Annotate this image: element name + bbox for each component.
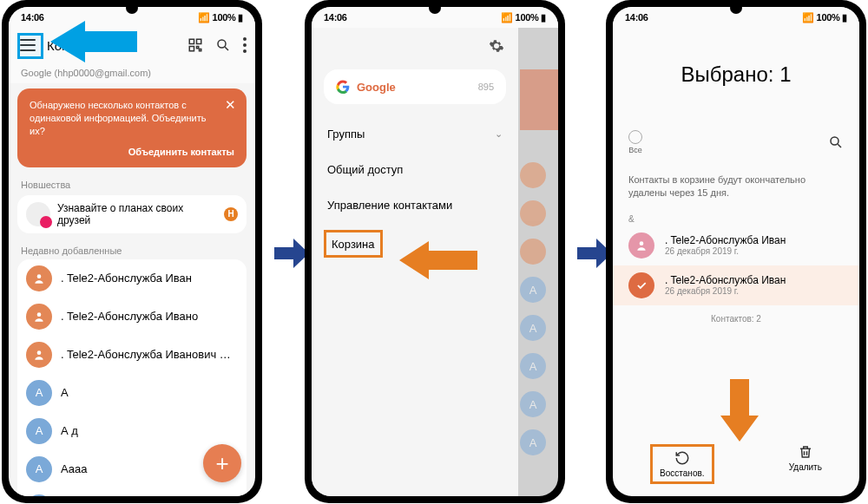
svg-point-7 <box>37 274 42 278</box>
contact-row[interactable]: AАаарод <box>17 488 247 496</box>
contact-name: А д <box>61 424 78 437</box>
account-label: Google (hhp0000@gmail.com) <box>9 62 255 83</box>
annotation-arrow-down <box>720 379 759 442</box>
contact-name: Аааа <box>61 462 88 475</box>
avatar <box>26 342 52 368</box>
news-avatar <box>26 202 50 226</box>
svg-rect-1 <box>197 39 201 43</box>
news-badge: Н <box>224 207 238 221</box>
search-icon[interactable] <box>828 134 844 150</box>
contact-row[interactable]: . Tele2-Абонслужба Иван <box>17 259 247 298</box>
contact-row[interactable]: . Tele2-Абонслужба Иванович Иванов К... <box>17 336 247 374</box>
restore-icon <box>674 450 690 466</box>
status-time: 14:06 <box>21 12 44 23</box>
contact-name: . Tele2-Абонслужба Иван <box>665 274 786 286</box>
select-all-radio[interactable] <box>628 130 642 144</box>
svg-point-5 <box>243 43 247 47</box>
avatar <box>26 304 52 330</box>
svg-point-3 <box>218 40 226 48</box>
recent-section-label: Недавно добавленные <box>9 239 255 259</box>
svg-rect-2 <box>189 47 194 51</box>
avatar: A <box>26 494 52 496</box>
svg-point-6 <box>243 49 247 53</box>
svg-rect-0 <box>189 39 194 43</box>
avatar: A <box>26 380 52 406</box>
search-icon[interactable] <box>215 37 231 53</box>
status-time: 14:06 <box>625 12 648 23</box>
highlight-hamburger <box>17 33 43 59</box>
merge-banner: Обнаружено несколько контактов с одинако… <box>17 88 247 167</box>
svg-point-11 <box>640 241 644 245</box>
contact-row[interactable]: . Tele2-Абонслужба Ивано <box>17 298 247 336</box>
annotation-arrow-blue <box>50 21 137 62</box>
transition-arrow <box>274 239 309 268</box>
selection-title: Выбрано: 1 <box>613 28 859 130</box>
account-card[interactable]: Google 895 <box>324 69 506 104</box>
contact-date: 26 декабря 2019 г. <box>665 246 786 256</box>
avatar: A <box>26 456 52 482</box>
close-icon[interactable]: ✕ <box>225 97 236 113</box>
fab-add[interactable]: + <box>203 444 241 482</box>
check-icon <box>628 272 654 298</box>
trash-icon <box>798 444 813 460</box>
avatar <box>628 232 654 259</box>
contact-row[interactable]: AА д <box>17 412 247 450</box>
merge-text: Обнаружено несколько контактов с одинако… <box>30 99 234 138</box>
account-count: 895 <box>478 82 494 92</box>
contact-name: А <box>61 386 69 399</box>
contact-name: . Tele2-Абонслужба Ивано <box>61 310 198 323</box>
qr-icon[interactable] <box>187 37 203 53</box>
chevron-down-icon: ⌄ <box>495 128 503 140</box>
status-icons: 📶 100% ▮ <box>802 12 847 23</box>
drawer-share[interactable]: Общий доступ <box>312 152 518 187</box>
trash-count: Контактов: 2 <box>613 305 859 332</box>
restore-button[interactable]: Восстанов. <box>650 444 713 484</box>
contact-name: . Tele2-Абонслужба Иван <box>665 234 786 246</box>
trash-notice: Контакты в корзине будут окончательно уд… <box>613 160 859 206</box>
trash-row[interactable]: . Tele2-Абонслужба Иван26 декабря 2019 г… <box>613 226 859 265</box>
status-icons: 📶 100% ▮ <box>501 12 546 23</box>
news-card[interactable]: Узнавайте о планах своих друзей Н <box>17 195 247 233</box>
settings-button[interactable] <box>312 38 518 64</box>
drawer-trash[interactable]: Корзина <box>324 230 383 258</box>
annotation-arrow-orange <box>399 241 477 279</box>
trash-row-selected[interactable]: . Tele2-Абонслужба Иван26 декабря 2019 г… <box>613 265 859 305</box>
contact-name: . Tele2-Абонслужба Иван <box>61 272 192 285</box>
news-section-label: Новшества <box>9 173 255 193</box>
svg-point-4 <box>243 37 247 41</box>
svg-point-9 <box>37 350 42 355</box>
merge-button[interactable]: Объединить контакты <box>30 147 234 157</box>
index-letter: & <box>613 206 859 226</box>
status-icons: 📶 100% ▮ <box>198 12 243 23</box>
delete-button[interactable]: Удалить <box>789 444 822 484</box>
news-text: Узнавайте о планах своих друзей <box>57 202 217 226</box>
contact-row[interactable]: AА <box>17 374 247 412</box>
contact-date: 26 декабря 2019 г. <box>665 286 786 296</box>
svg-point-8 <box>37 312 42 317</box>
background-peek: A A A A A <box>520 28 558 496</box>
select-all-label: Все <box>628 146 642 154</box>
contact-name: . Tele2-Абонслужба Иванович Иванов К... <box>61 348 238 361</box>
more-icon[interactable] <box>243 37 247 53</box>
account-name: Google <box>357 81 471 94</box>
svg-point-10 <box>831 137 838 145</box>
avatar: A <box>26 418 52 444</box>
drawer-groups[interactable]: Группы⌄ <box>312 116 518 152</box>
avatar <box>26 265 52 291</box>
bottom-actions: Восстанов. Удалить <box>613 435 859 496</box>
google-icon <box>336 80 350 94</box>
drawer-manage[interactable]: Управление контактами <box>312 187 518 223</box>
status-time: 14:06 <box>324 12 347 23</box>
